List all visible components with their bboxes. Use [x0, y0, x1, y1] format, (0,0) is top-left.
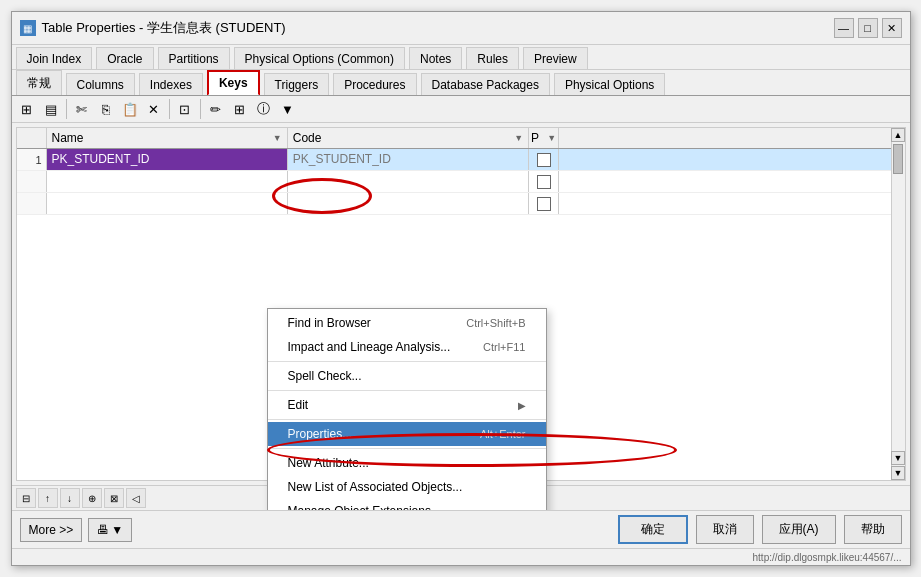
- nav-back-button[interactable]: ◁: [126, 488, 146, 508]
- col-code-header[interactable]: Code ▼: [288, 128, 529, 148]
- scroll-up-arrow[interactable]: ▲: [891, 128, 905, 142]
- title-controls: — □ ✕: [834, 18, 902, 38]
- row-num-empty2: [17, 193, 47, 214]
- toolbar-sep-1: [66, 99, 67, 119]
- nav-up-button[interactable]: ↑: [38, 488, 58, 508]
- row-name-empty: [47, 171, 288, 192]
- row-name-1[interactable]: PK_STUDENT_ID: [47, 149, 288, 170]
- footer-left: More >> 🖶 ▼: [20, 518, 133, 542]
- toolbar-select-all-button[interactable]: ⊡: [174, 98, 196, 120]
- row-name-empty2: [47, 193, 288, 214]
- menu-new-attribute[interactable]: New Attribute...: [268, 451, 546, 475]
- toolbar: ⊞ ▤ ✄ ⎘ 📋 ✕ ⊡ ✏ ⊞ ⓘ ▼: [12, 96, 910, 123]
- scroll-far-down-arrow[interactable]: ▼: [891, 466, 905, 480]
- name-sort-icon: ▼: [273, 133, 282, 143]
- table-row: [17, 171, 905, 193]
- minimize-button[interactable]: —: [834, 18, 854, 38]
- menu-spell-check[interactable]: Spell Check...: [268, 364, 546, 388]
- menu-find-browser[interactable]: Find in Browser Ctrl+Shift+B: [268, 311, 546, 335]
- tab-indexes[interactable]: Indexes: [139, 73, 203, 96]
- close-button[interactable]: ✕: [882, 18, 902, 38]
- toolbar-copy-button[interactable]: ⎘: [95, 98, 117, 120]
- p-checkbox-empty2[interactable]: [537, 197, 551, 211]
- row-num-header: [17, 128, 47, 148]
- tab-oracle[interactable]: Oracle: [96, 47, 153, 70]
- tab-general[interactable]: 常规: [16, 70, 62, 96]
- row-num-empty: [17, 171, 47, 192]
- nav-down-button[interactable]: ↓: [60, 488, 80, 508]
- row-rest-empty2: [559, 193, 904, 214]
- row-p-empty: [529, 171, 559, 192]
- menu-edit[interactable]: Edit ▶: [268, 393, 546, 417]
- tab-notes[interactable]: Notes: [409, 47, 462, 70]
- menu-sep-4: [268, 448, 546, 449]
- title-bar-left: ▦ Table Properties - 学生信息表 (STUDENT): [20, 19, 286, 37]
- tab-keys[interactable]: Keys: [207, 70, 260, 96]
- menu-properties[interactable]: Properties... Alt+Enter: [268, 422, 546, 446]
- main-content: Name ▼ Code ▼ P ▼ 1 PK_STUDENT_ID: [12, 123, 910, 510]
- help-button[interactable]: 帮助: [844, 515, 902, 544]
- p-checkbox-empty[interactable]: [537, 175, 551, 189]
- toolbar-paste-button[interactable]: 📋: [119, 98, 141, 120]
- row-p-1[interactable]: [529, 149, 559, 170]
- row-code-empty2: [288, 193, 529, 214]
- tab-physical-options-common[interactable]: Physical Options (Common): [234, 47, 405, 70]
- menu-new-list[interactable]: New List of Associated Objects...: [268, 475, 546, 499]
- row-code-1[interactable]: PK_STUDENT_ID: [288, 149, 529, 170]
- col-rest-header: [559, 128, 904, 148]
- confirm-button[interactable]: 确定: [618, 515, 688, 544]
- window-title: Table Properties - 学生信息表 (STUDENT): [42, 19, 286, 37]
- nav-add-button[interactable]: ⊕: [82, 488, 102, 508]
- table-row: [17, 193, 905, 215]
- print-dropdown-icon[interactable]: ▼: [111, 523, 123, 537]
- tab-preview[interactable]: Preview: [523, 47, 588, 70]
- print-button[interactable]: 🖶 ▼: [88, 518, 132, 542]
- cancel-button[interactable]: 取消: [696, 515, 754, 544]
- menu-impact-lineage[interactable]: Impact and Lineage Analysis... Ctrl+F11: [268, 335, 546, 359]
- row-rest-1: [559, 149, 904, 170]
- toolbar-new-button[interactable]: ⊞: [16, 98, 38, 120]
- main-window: ▦ Table Properties - 学生信息表 (STUDENT) — □…: [11, 11, 911, 566]
- nav-first-button[interactable]: ⊟: [16, 488, 36, 508]
- toolbar-properties-button[interactable]: ⊞: [229, 98, 251, 120]
- title-bar: ▦ Table Properties - 学生信息表 (STUDENT) — □…: [12, 12, 910, 45]
- row-num-1: 1: [17, 149, 47, 170]
- toolbar-sep-3: [200, 99, 201, 119]
- col-name-header[interactable]: Name ▼: [47, 128, 288, 148]
- tab-join-index[interactable]: Join Index: [16, 47, 93, 70]
- menu-manage-extensions[interactable]: Manage Object Extensions...: [268, 499, 546, 510]
- tabs-row-1: Join Index Oracle Partitions Physical Op…: [12, 45, 910, 70]
- vertical-scrollbar[interactable]: ▲ ▼ ▼: [891, 128, 905, 480]
- nav-delete-button[interactable]: ⊠: [104, 488, 124, 508]
- col-p-header[interactable]: P ▼: [529, 128, 559, 148]
- tab-physical-options[interactable]: Physical Options: [554, 73, 665, 96]
- toolbar-delete-button[interactable]: ▤: [40, 98, 62, 120]
- toolbar-arrow-button[interactable]: ▼: [277, 98, 299, 120]
- scroll-down-arrow[interactable]: ▼: [891, 451, 905, 465]
- toolbar-cut-button[interactable]: ✄: [71, 98, 93, 120]
- tab-database-packages[interactable]: Database Packages: [421, 73, 550, 96]
- toolbar-info-button[interactable]: ⓘ: [253, 98, 275, 120]
- tab-columns[interactable]: Columns: [66, 73, 135, 96]
- restore-button[interactable]: □: [858, 18, 878, 38]
- tab-rules[interactable]: Rules: [466, 47, 519, 70]
- tab-partitions[interactable]: Partitions: [158, 47, 230, 70]
- row-p-empty2: [529, 193, 559, 214]
- p-checkbox-1[interactable]: [537, 153, 551, 167]
- tab-procedures[interactable]: Procedures: [333, 73, 416, 96]
- status-bar: http://dip.dlgosmpk.likeu:44567/...: [12, 548, 910, 565]
- toolbar-sep-2: [169, 99, 170, 119]
- scroll-thumb[interactable]: [893, 144, 903, 174]
- menu-sep-3: [268, 419, 546, 420]
- edit-submenu-arrow: ▶: [518, 400, 526, 411]
- footer: More >> 🖶 ▼ 确定 取消 应用(A) 帮助: [12, 510, 910, 548]
- tab-triggers[interactable]: Triggers: [264, 73, 330, 96]
- print-icon: 🖶: [97, 523, 109, 537]
- toolbar-clear-button[interactable]: ✕: [143, 98, 165, 120]
- grid-header: Name ▼ Code ▼ P ▼: [17, 128, 905, 149]
- tabs-row-2: 常规 Columns Indexes Keys Triggers Procedu…: [12, 70, 910, 96]
- apply-button[interactable]: 应用(A): [762, 515, 836, 544]
- table-row[interactable]: 1 PK_STUDENT_ID PK_STUDENT_ID: [17, 149, 905, 171]
- toolbar-edit-button[interactable]: ✏: [205, 98, 227, 120]
- more-button[interactable]: More >>: [20, 518, 83, 542]
